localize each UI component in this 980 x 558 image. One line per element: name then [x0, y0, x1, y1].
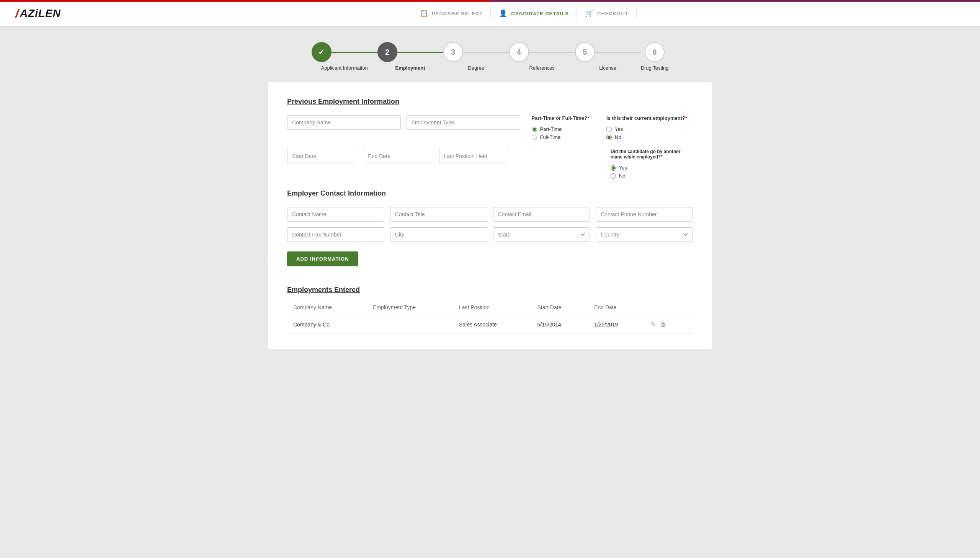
- section1-title: Previous Employment Information: [287, 98, 693, 106]
- employment-type-field: [407, 115, 520, 130]
- contact-fax-field: [287, 227, 384, 242]
- radio-current-no-input[interactable]: [606, 135, 612, 140]
- current-employment-radio-group: Yes No: [606, 123, 687, 143]
- radio-othername-no[interactable]: No: [611, 173, 687, 179]
- radio-othername-yes-input[interactable]: [611, 165, 616, 171]
- nav-candidate-details[interactable]: 👤 CANDIDATE DETAILS: [491, 9, 577, 18]
- step-line-3: [463, 52, 509, 53]
- step-references[interactable]: 4 References: [509, 42, 575, 71]
- candidate-icon: 👤: [499, 9, 507, 18]
- part-time-required-star: *: [587, 115, 589, 121]
- employment-type-input[interactable]: [407, 115, 520, 130]
- logo-text: AZiLEN: [20, 7, 61, 20]
- other-name-section: Did the candidate go by another name whi…: [605, 149, 693, 182]
- row-company-name: Company & Co.: [287, 315, 367, 334]
- step-applicant-info[interactable]: ✓ Applicant Information: [312, 42, 378, 71]
- table-section: Employments Entered Company Name Employm…: [287, 286, 693, 334]
- step-circle-3: 3: [443, 42, 463, 62]
- company-name-field: [287, 115, 401, 130]
- end-date-input[interactable]: [363, 149, 433, 163]
- radio-part-time-input[interactable]: [532, 127, 537, 132]
- col-actions: [645, 300, 693, 315]
- radio-part-time[interactable]: Part-Time: [532, 126, 589, 132]
- step-drug-testing[interactable]: 6 Drug Testing: [641, 42, 669, 71]
- part-time-section: Part-Time or Full-Time?* Part-Time Full-…: [526, 115, 595, 143]
- step-label-3: Degree: [468, 65, 484, 71]
- radio-othername-yes[interactable]: Yes: [611, 165, 687, 171]
- employments-table: Company Name Employment Type Last Positi…: [287, 300, 693, 334]
- stepper: ✓ Applicant Information 2 Employment 3 D…: [0, 27, 980, 82]
- edit-icon[interactable]: ✎: [651, 321, 656, 328]
- nav-checkout-label: CHECKOUT: [597, 11, 629, 16]
- start-date-input[interactable]: [287, 149, 357, 163]
- step-line-2: [397, 52, 443, 53]
- col-end-date: End Date: [588, 300, 644, 315]
- logo: / AZiLEN: [15, 7, 61, 21]
- last-position-field: [439, 149, 509, 163]
- step-degree[interactable]: 3 Degree: [443, 42, 509, 71]
- form-card: Previous Employment Information Part-Tim…: [268, 82, 712, 349]
- state-select[interactable]: State Alabama California New York Texas: [493, 227, 590, 242]
- part-time-label: Part-Time or Full-Time?*: [532, 115, 589, 121]
- step-license[interactable]: 5 License: [575, 42, 641, 71]
- step-label-1: Applicant Information: [321, 65, 368, 71]
- header: / AZiLEN 📋 PACKAGE SELECT 👤 CANDIDATE DE…: [0, 0, 980, 27]
- current-required-star: *: [685, 115, 687, 121]
- contact-phone-field: [596, 207, 693, 222]
- row-employment-type: [367, 315, 453, 334]
- other-name-radio-group: Yes No: [611, 162, 687, 182]
- contact-fax-input[interactable]: [287, 227, 384, 242]
- company-name-input[interactable]: [287, 115, 401, 130]
- other-name-label: Did the candidate go by another name whi…: [611, 149, 687, 159]
- radio-full-time[interactable]: Full-Time: [532, 135, 589, 140]
- nav-steps: 📋 PACKAGE SELECT 👤 CANDIDATE DETAILS 🛒 C…: [84, 9, 965, 18]
- step-employment[interactable]: 2 Employment: [378, 42, 443, 71]
- last-position-input[interactable]: [439, 149, 509, 163]
- step-circle-6: 6: [645, 42, 665, 62]
- part-time-radio-group: Part-Time Full-Time: [532, 123, 589, 143]
- add-information-button[interactable]: ADD INFORMATION: [287, 251, 358, 266]
- state-field: State Alabama California New York Texas: [493, 227, 590, 242]
- step-line-5: [595, 52, 641, 53]
- step-label-6: Drug Testing: [641, 65, 669, 71]
- city-field: [390, 227, 488, 242]
- radio-current-yes-input[interactable]: [606, 127, 612, 132]
- main-content: Previous Employment Information Part-Tim…: [260, 82, 720, 372]
- col-employment-type: Employment Type: [367, 300, 453, 315]
- contact-email-input[interactable]: [493, 207, 590, 222]
- country-select[interactable]: Country United States Canada United King…: [596, 227, 693, 242]
- table-body: Company & Co. Sales Associate 6/15/2014 …: [287, 315, 693, 334]
- row-actions: ✎ 🗑: [645, 315, 693, 334]
- radio-current-yes[interactable]: Yes: [606, 126, 687, 132]
- current-employment-label: Is this their current employment?*: [606, 115, 687, 121]
- step-label-5: License: [599, 65, 616, 71]
- nav-checkout[interactable]: 🛒 CHECKOUT: [577, 9, 637, 18]
- nav-package-select[interactable]: 📋 PACKAGE SELECT: [412, 9, 491, 18]
- current-employment-section: Is this their current employment?* Yes N…: [601, 115, 693, 143]
- step-label-4: References: [529, 65, 554, 71]
- contact-title-input[interactable]: [390, 207, 488, 222]
- table-head: Company Name Employment Type Last Positi…: [287, 300, 693, 315]
- step-label-2: Employment: [396, 65, 425, 71]
- nav-package-label: PACKAGE SELECT: [432, 11, 483, 16]
- logo-slash: /: [15, 7, 19, 21]
- step-line-4: [529, 52, 575, 53]
- radio-current-no[interactable]: No: [606, 135, 687, 140]
- radio-othername-no-input[interactable]: [611, 173, 616, 179]
- step-line-1: [332, 52, 378, 53]
- table-title: Employments Entered: [287, 286, 693, 294]
- step-circle-2: 2: [378, 42, 397, 62]
- form-row-2: Did the candidate go by another name whi…: [287, 149, 693, 182]
- row-last-position: Sales Associate: [453, 315, 531, 334]
- radio-full-time-input[interactable]: [532, 135, 537, 140]
- step-circle-5: 5: [575, 42, 595, 62]
- other-name-required-star: *: [661, 154, 663, 159]
- end-date-field: [363, 149, 433, 163]
- col-start-date: Start Date: [531, 300, 588, 315]
- table-header-row: Company Name Employment Type Last Positi…: [287, 300, 693, 315]
- col-company-name: Company Name: [287, 300, 367, 315]
- delete-icon[interactable]: 🗑: [660, 321, 666, 328]
- contact-phone-input[interactable]: [596, 207, 693, 222]
- city-input[interactable]: [390, 227, 488, 242]
- contact-name-input[interactable]: [287, 207, 384, 222]
